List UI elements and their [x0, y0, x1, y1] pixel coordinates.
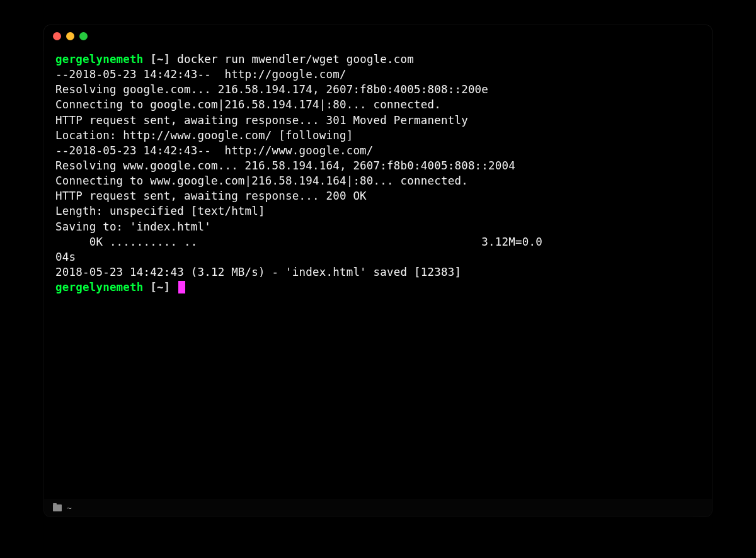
command-text: docker run mwendler/wget google.com [177, 53, 414, 65]
terminal-body[interactable]: gergelynemeth [~] docker run mwendler/wg… [44, 47, 712, 499]
zoom-icon[interactable] [79, 32, 88, 40]
output-line: Location: http://www.google.com/ [follow… [55, 128, 701, 143]
output-line: 0K .......... .. 3.12M=0.0 [55, 234, 701, 249]
output-line: Connecting to google.com|216.58.194.174|… [55, 97, 701, 112]
prompt-line-1: gergelynemeth [~] docker run mwendler/wg… [55, 52, 701, 67]
prompt-line-2[interactable]: gergelynemeth [~] [55, 280, 701, 295]
output-line: Resolving www.google.com... 216.58.194.1… [55, 158, 701, 173]
output-line: Resolving google.com... 216.58.194.174, … [55, 82, 701, 97]
statusbar-cwd: ~ [67, 503, 72, 513]
minimize-icon[interactable] [66, 32, 74, 40]
titlebar [44, 25, 712, 47]
output-line: --2018-05-23 14:42:43-- http://www.googl… [55, 143, 701, 158]
output-line: 04s [55, 249, 701, 265]
terminal-window[interactable]: gergelynemeth [~] docker run mwendler/wg… [44, 25, 712, 516]
output-line: Connecting to www.google.com|216.58.194.… [55, 173, 701, 188]
output-line: 2018-05-23 14:42:43 (3.12 MB/s) - 'index… [55, 265, 701, 280]
prompt-user: gergelynemeth [55, 53, 144, 65]
output-line: HTTP request sent, awaiting response... … [55, 188, 701, 203]
output-line: HTTP request sent, awaiting response... … [55, 113, 701, 128]
output-line: --2018-05-23 14:42:43-- http://google.co… [55, 67, 701, 82]
prompt-path: [~] [150, 53, 170, 65]
close-icon[interactable] [53, 32, 61, 40]
folder-icon [53, 504, 62, 511]
output-line: Saving to: 'index.html' [55, 219, 701, 234]
prompt-path: [~] [150, 281, 170, 293]
cursor-icon [178, 281, 185, 293]
statusbar: ~ [44, 499, 712, 516]
prompt-user: gergelynemeth [55, 281, 144, 293]
output-line: Length: unspecified [text/html] [55, 203, 701, 219]
